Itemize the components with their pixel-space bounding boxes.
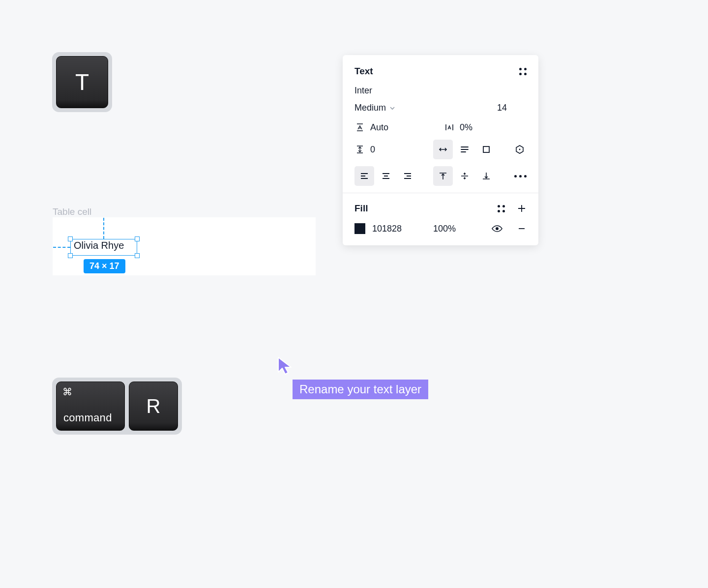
letter-spacing-icon [444,122,455,133]
font-weight-value: Medium [354,103,386,113]
type-settings-button[interactable] [513,140,527,159]
paragraph-spacing-value: 0 [370,145,375,155]
valign-bottom-icon [481,171,491,181]
line-height-icon [354,122,365,133]
multiplayer-cursor-icon [275,355,294,376]
selection-handle-br[interactable] [135,253,140,258]
svg-point-1 [519,149,521,150]
text-align-center-button[interactable] [376,166,396,186]
text-styles-icon[interactable] [519,68,527,75]
align-right-icon [403,171,413,181]
hexagon-icon [515,145,525,154]
fill-styles-icon[interactable] [498,205,505,212]
alignment-guide-vertical [103,218,104,239]
svg-rect-0 [483,147,489,152]
paragraph-spacing-icon [354,144,365,155]
remove-fill-button[interactable] [517,224,527,234]
text-align-right-button[interactable] [398,166,417,186]
auto-height-icon [460,145,470,154]
fill-color-hex[interactable]: 101828 [372,224,402,234]
line-height-field[interactable]: Auto [354,122,437,133]
keycap-t-label: T [75,69,89,95]
panel-section-title-text: Text [354,66,373,77]
paragraph-spacing-field[interactable]: 0 [354,144,423,155]
resize-auto-width-button[interactable] [433,140,453,159]
valign-middle-icon [460,171,470,181]
keycap-r: R [129,382,178,431]
selection-handle-tl[interactable] [68,236,73,241]
keycap-command: ⌘ command [56,382,125,431]
rename-tooltip: Rename your text layer [293,380,428,399]
vertical-align-bottom-button[interactable] [476,166,496,186]
selected-text-layer[interactable]: Olivia Rhye [74,240,124,251]
align-center-icon [381,171,391,181]
panel-section-title-fill: Fill [354,203,368,214]
command-label: command [63,412,112,424]
letter-spacing-value: 0% [460,122,472,133]
resize-fixed-button[interactable] [476,140,496,159]
command-symbol: ⌘ [62,386,72,398]
arrows-horizontal-icon [438,145,448,154]
add-fill-button[interactable] [517,204,527,213]
alignment-guide-horizontal [53,247,70,248]
fixed-size-icon [481,145,491,154]
keycap-combo-cmd-r: ⌘ command R [52,378,182,435]
valign-top-icon [438,171,448,181]
vertical-align-top-button[interactable] [433,166,453,186]
font-weight-field[interactable]: Medium [354,103,396,113]
letter-spacing-field[interactable]: 0% [444,122,527,133]
svg-point-2 [496,227,499,230]
selection-handle-tr[interactable] [135,236,140,241]
text-align-left-button[interactable] [354,166,374,186]
frame-label: Table cell [53,206,91,217]
selection-handle-bl[interactable] [68,253,73,258]
panel-divider [343,193,538,193]
keycap-t: T [52,52,112,112]
visibility-toggle-icon[interactable] [491,223,503,235]
fill-opacity[interactable]: 100% [433,224,456,234]
font-size-field[interactable]: 14 [497,103,527,113]
resize-auto-height-button[interactable] [455,140,474,159]
line-height-value: Auto [370,122,388,133]
align-left-icon [359,171,369,181]
more-options-button[interactable] [514,175,527,177]
keycap-t-face: T [56,56,108,108]
vertical-align-middle-button[interactable] [455,166,474,186]
selection-dimensions-badge: 74 × 17 [84,259,125,273]
properties-panel: Text Inter Medium 14 Auto 0% [343,55,538,245]
chevron-down-icon [389,105,396,112]
fill-color-swatch[interactable] [354,223,365,234]
font-family-field[interactable]: Inter [354,86,527,96]
keycap-r-label: R [147,395,161,417]
